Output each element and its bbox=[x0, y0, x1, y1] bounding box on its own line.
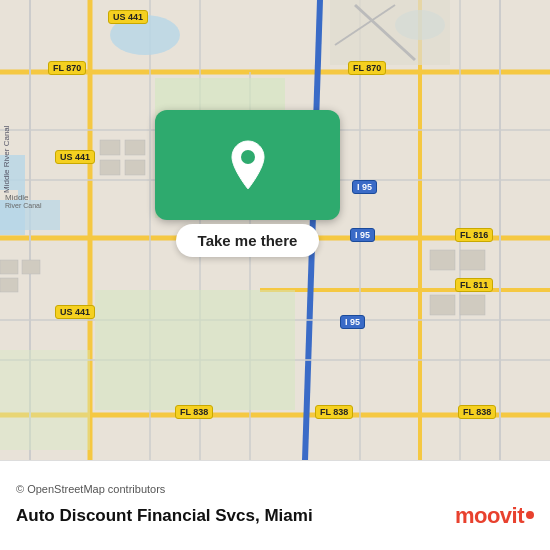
road-label-fl838-mid: FL 838 bbox=[315, 405, 353, 419]
road-label-i95-fl816: I 95 bbox=[350, 228, 375, 242]
road-label-fl816-right: FL 816 bbox=[455, 228, 493, 242]
road-label-us441-low: US 441 bbox=[55, 305, 95, 319]
road-label-fl838-right: FL 838 bbox=[458, 405, 496, 419]
svg-rect-33 bbox=[0, 260, 18, 274]
moovit-logo: moovit bbox=[455, 503, 534, 529]
svg-rect-27 bbox=[95, 290, 295, 410]
svg-rect-31 bbox=[100, 160, 120, 175]
svg-rect-34 bbox=[22, 260, 40, 274]
svg-rect-30 bbox=[125, 140, 145, 155]
location-row: Auto Discount Financial Svcs, Miami moov… bbox=[16, 503, 534, 529]
road-label-fl811: FL 811 bbox=[455, 278, 493, 292]
moovit-dot bbox=[526, 511, 534, 519]
road-label-i95-mid: I 95 bbox=[352, 180, 377, 194]
svg-point-43 bbox=[241, 150, 255, 164]
road-label-fl838-left: FL 838 bbox=[175, 405, 213, 419]
svg-text:River Canal: River Canal bbox=[5, 202, 42, 209]
svg-text:Middle: Middle bbox=[5, 193, 29, 202]
svg-rect-28 bbox=[0, 350, 90, 450]
road-label-us441-top: US 441 bbox=[108, 10, 148, 24]
road-label-fl870-left: FL 870 bbox=[48, 61, 86, 75]
svg-rect-29 bbox=[100, 140, 120, 155]
copyright-text: © OpenStreetMap contributors bbox=[16, 483, 534, 495]
svg-rect-24 bbox=[330, 0, 450, 65]
svg-rect-35 bbox=[0, 278, 18, 292]
road-label-fl870-right: FL 870 bbox=[348, 61, 386, 75]
bottom-bar: © OpenStreetMap contributors Auto Discou… bbox=[0, 460, 550, 550]
svg-rect-39 bbox=[460, 295, 485, 315]
svg-rect-37 bbox=[460, 250, 485, 270]
map-label-canal: Middle River Canal bbox=[2, 113, 11, 193]
road-label-us441-mid: US 441 bbox=[55, 150, 95, 164]
svg-rect-32 bbox=[125, 160, 145, 175]
green-card bbox=[155, 110, 340, 220]
location-pin-icon bbox=[226, 139, 270, 191]
map-container: Middle River Canal US 441 FL 870 FL 870 … bbox=[0, 0, 550, 460]
location-name: Auto Discount Financial Svcs, Miami bbox=[16, 506, 313, 526]
button-overlay: Take me there bbox=[155, 110, 340, 257]
moovit-text: moovit bbox=[455, 503, 524, 529]
svg-rect-38 bbox=[430, 295, 455, 315]
svg-rect-36 bbox=[430, 250, 455, 270]
take-me-there-button[interactable]: Take me there bbox=[176, 224, 320, 257]
road-label-i95-low: I 95 bbox=[340, 315, 365, 329]
